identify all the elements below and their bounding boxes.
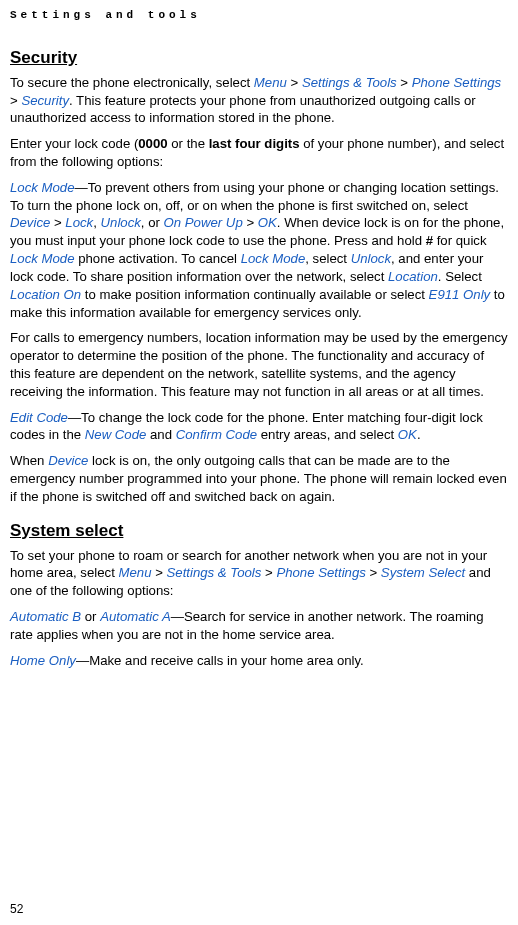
system-select-heading: System select	[10, 520, 508, 543]
security-intro: To secure the phone electronically, sele…	[10, 74, 508, 127]
ok-link: OK	[258, 215, 277, 230]
phone-settings-link-2: Phone Settings	[276, 565, 365, 580]
lock-code-intro: Enter your lock code (0000 or the last f…	[10, 135, 508, 171]
lock-mode-link: Lock Mode	[10, 180, 75, 195]
automatic-a-link: Automatic A	[100, 609, 171, 624]
confirm-code-link: Confirm Code	[176, 427, 257, 442]
automatic-b-link: Automatic B	[10, 609, 81, 624]
edit-code-link: Edit Code	[10, 410, 68, 425]
page-number: 52	[10, 901, 23, 917]
settings-tools-link-2: Settings & Tools	[167, 565, 262, 580]
system-select-intro: To set your phone to roam or search for …	[10, 547, 508, 600]
home-only-paragraph: Home Only—Make and receive calls in your…	[10, 652, 508, 670]
lock-mode-link-2: Lock Mode	[10, 251, 75, 266]
lock-mode-paragraph: Lock Mode—To prevent others from using y…	[10, 179, 508, 322]
home-only-link: Home Only	[10, 653, 76, 668]
ok-link-2: OK	[398, 427, 417, 442]
on-power-up-link: On Power Up	[164, 215, 243, 230]
unlock-link: Unlock	[101, 215, 141, 230]
menu-link: Menu	[254, 75, 287, 90]
menu-link-2: Menu	[119, 565, 152, 580]
emergency-info: For calls to emergency numbers, location…	[10, 329, 508, 400]
lock-mode-link-3: Lock Mode	[241, 251, 306, 266]
running-header: Settings and tools	[10, 8, 508, 23]
security-heading: Security	[10, 47, 508, 70]
automatic-paragraph: Automatic B or Automatic A—Search for se…	[10, 608, 508, 644]
lock-link: Lock	[65, 215, 93, 230]
location-on-link: Location On	[10, 287, 81, 302]
device-link: Device	[10, 215, 50, 230]
e911-only-link: E911 Only	[429, 287, 491, 302]
new-code-link: New Code	[85, 427, 147, 442]
security-link: Security	[21, 93, 69, 108]
device-link-2: Device	[48, 453, 88, 468]
location-link: Location	[388, 269, 438, 284]
unlock-link-2: Unlock	[351, 251, 391, 266]
settings-tools-link: Settings & Tools	[302, 75, 397, 90]
edit-code-paragraph: Edit Code—To change the lock code for th…	[10, 409, 508, 445]
device-lock-paragraph: When Device lock is on, the only outgoin…	[10, 452, 508, 505]
phone-settings-link: Phone Settings	[412, 75, 501, 90]
system-select-link: System Select	[381, 565, 465, 580]
